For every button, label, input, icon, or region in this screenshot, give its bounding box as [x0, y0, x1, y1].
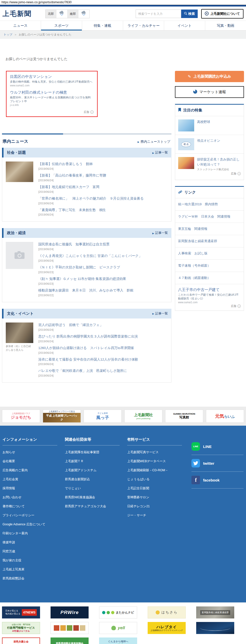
- sidebar-link[interactable]: 統一地方選2019 県内情勢: [175, 198, 244, 210]
- banner-matakan-navi[interactable]: またかんナビ: [99, 606, 137, 618]
- article-link[interactable]: 「素戔嗚尊」丁寧に写生 未来創生塾 桐生: [38, 208, 106, 212]
- banner-hachisara[interactable]: はちさら: [148, 606, 186, 618]
- featured-link[interactable]: 高校野球: [197, 119, 210, 124]
- footer-link[interactable]: 上毛新聞縮刷版－CD-ROM－: [127, 468, 168, 472]
- article-link[interactable]: 【新着】「高山社の養蚕改革」藤岡市に寄贈: [38, 174, 106, 177]
- banner-yell[interactable]: yell: [99, 622, 137, 634]
- footer-link[interactable]: 印刷センター案内: [3, 532, 28, 535]
- partner-logo-jomo-publishing[interactable]: 上毛新聞社 jomo publishing: [124, 410, 162, 423]
- ad-title-link[interactable]: 目黒区の中古マンション: [10, 74, 94, 79]
- footer-link[interactable]: 群馬県アマチュアゴルフ大会: [65, 505, 106, 508]
- article-list-link[interactable]: 記事一覧: [152, 150, 168, 155]
- browser-url[interactable]: https://www.jomo-news.co.jp/sports/domes…: [0, 0, 246, 5]
- footer-link[interactable]: 著作権について: [3, 505, 25, 508]
- partner-logo-jomodachi[interactable]: 上毛新聞読者クラブ ジョモだち: [2, 410, 40, 423]
- ad-unit[interactable]: 目黒区の中古マンション 多数の物件掲載、特集も充実。安心と信頼の三菱UFJ不動産…: [10, 74, 94, 87]
- tab-features[interactable]: 特集・連載: [82, 21, 123, 30]
- article-link[interactable]: 1260人が新緑の山道駆け抜ける スパトレイル四万to草津開催: [38, 346, 134, 350]
- footer-link[interactable]: ジー・サーチ: [127, 514, 146, 517]
- footer-link[interactable]: Google Adsence 広告について: [3, 523, 45, 526]
- article-link[interactable]: 「世界の榛名湖に」 湖上オペラの魅力紹介 ９月公演控え資金募る: [38, 197, 144, 200]
- ad-choices-label[interactable]: 広告: [197, 171, 241, 177]
- featured-ad-item[interactable]: 損切貧乏必見！含み損の正しい対処法って？ ストックトレード株式会社 広告: [175, 154, 244, 180]
- article-link[interactable]: バレエや歌で「銀河鉄道の夜」上演 邑楽町らしさ随所に: [38, 369, 127, 373]
- ad-title-link[interactable]: 八王子市の中古一戸建て: [178, 287, 241, 292]
- footer-link[interactable]: 上毛新聞ＴＲ: [65, 459, 84, 463]
- footer-link[interactable]: プライバシーポリシー: [3, 514, 34, 517]
- article-link[interactable]: 移動店舗車お披露目 来月８日 渋川、みなかみで導入 群銀: [38, 288, 133, 292]
- article-link[interactable]: 【新着】伝統のお香楽しもう 館林: [38, 162, 93, 166]
- banner-47news[interactable]: 日本が見える地方紙が見える 47NEWS: [2, 606, 40, 618]
- ad-unit[interactable]: ウルフ村田の株式トレードの極意 株歴30年、東大卒トレーダーが教える急騰銘柄の見…: [10, 90, 94, 106]
- search-input[interactable]: [136, 10, 181, 18]
- footer-link[interactable]: 上毛社会賞: [3, 477, 18, 481]
- ad-choices-label[interactable]: 広告: [178, 304, 241, 309]
- banner-gunma-bar-association[interactable]: 群馬弁護士会 弁護士情報検索システム: [2, 637, 40, 644]
- footer-link[interactable]: 上毛紙上写真展: [3, 568, 25, 571]
- footer-link[interactable]: 同窓万歳: [3, 550, 15, 553]
- kennai-top-link[interactable]: 県内ニューストップ: [138, 139, 170, 144]
- footer-link[interactable]: 上毛新聞写真サービス: [127, 450, 159, 454]
- banner-food-photos[interactable]: [51, 622, 89, 634]
- article-thumbnail[interactable]: [6, 323, 33, 343]
- article-link[interactable]: 芸人の話術学ぼう 前橋で「縁活カフェ」: [38, 323, 103, 327]
- footer-link[interactable]: 我が家の主役: [3, 559, 22, 562]
- article-list-link[interactable]: 記事一覧: [152, 231, 168, 235]
- sidebar-link[interactable]: ラグビーＷ杯 日本大会 関連情報: [175, 211, 244, 223]
- subscribe-button[interactable]: 上毛新聞購読お申込み: [175, 71, 244, 82]
- partner-logo-genki-life[interactable]: 元気らいふ: [206, 410, 244, 423]
- banner-prwire[interactable]: PRWire: [51, 606, 89, 618]
- article-link[interactable]: 息ぴったり 群馬出身の桐朋学園大生３人が調布国際音楽祭に出演: [38, 335, 138, 338]
- footer-link[interactable]: でりじぇい: [65, 487, 81, 490]
- article-link[interactable]: 国民県連会長に後藤氏 知事選対応は自主投票: [38, 242, 109, 246]
- sidebar-link[interactable]: 人事検索 お試し版: [175, 247, 244, 259]
- featured-link[interactable]: 視点オピニオン: [197, 138, 220, 143]
- footer-link[interactable]: 上毛新聞厚生福祉事業団: [65, 450, 99, 454]
- sidebar-link[interactable]: 東京五輪 関連情報: [175, 223, 244, 235]
- banner-tomioka-silk-mill[interactable]: 富岡製糸場と絹産業遺産群: [196, 606, 234, 618]
- footer-link[interactable]: 群馬県NIE推進協議会: [65, 496, 95, 499]
- article-list-link[interactable]: 記事一覧: [152, 311, 168, 316]
- sidebar-link[interactable]: 富岡製糸場と絹産業遺産群: [175, 235, 244, 247]
- featured-item[interactable]: 高校野球: [175, 116, 244, 135]
- article-link[interactable]: 《ＮＩＥ》平和の大切さ取材し新聞に ピースクラブ: [38, 265, 120, 269]
- footer-link[interactable]: 群馬政経懇話会: [3, 577, 25, 580]
- social-twitter-button[interactable]: twitter: [191, 455, 243, 472]
- footer-link[interactable]: お知らせ: [3, 450, 15, 454]
- footer-link[interactable]: 後援申請: [3, 541, 15, 544]
- footer-link[interactable]: 日経テレコン21: [127, 505, 150, 508]
- ad-choices-label[interactable]: 広告: [10, 110, 94, 115]
- market-report-button[interactable]: マーケット速報: [175, 86, 244, 98]
- footer-link[interactable]: 雷神囲碁サロン: [127, 496, 149, 499]
- featured-item[interactable]: 視 点 視点オピニオン: [175, 135, 244, 154]
- tab-events[interactable]: イベント: [164, 21, 205, 30]
- sidebar-link[interactable]: ４７動画（紙面連動）: [175, 272, 244, 284]
- partner-logo-playback[interactable]: 上毛新聞ライブラリーで見る 平成 上毛新聞プレーバック: [43, 410, 81, 423]
- sidebar-ad[interactable]: 八王子市の中古一戸建て こだわり条件で一戸建て検索！安心の三菱UFJ不動産販売《…: [175, 284, 244, 310]
- ad-title-link[interactable]: ウルフ村田の株式トレードの極意: [10, 90, 94, 95]
- site-logo[interactable]: 上毛新聞: [3, 9, 32, 18]
- search-button[interactable]: 検索: [181, 10, 198, 18]
- tab-photo-video[interactable]: 写真・動画: [205, 21, 246, 30]
- footer-link[interactable]: じょうもばいる: [127, 477, 150, 481]
- footer-link[interactable]: 広告掲載のご案内: [3, 468, 28, 472]
- footer-link[interactable]: 会社概要: [3, 459, 15, 463]
- about-company-button[interactable]: 上毛新聞社について: [201, 9, 243, 19]
- breadcrumb-home-link[interactable]: トップ: [4, 33, 12, 36]
- footer-link[interactable]: 採用情報: [3, 487, 15, 490]
- sidebar-link[interactable]: 電子速報（号外紙面）: [175, 260, 244, 272]
- footer-link[interactable]: 群馬連合新聞折込: [65, 477, 90, 481]
- footer-link[interactable]: 上毛記念日新聞: [127, 487, 149, 490]
- partner-logo-gunma-marathon[interactable]: GUNMA MARATHON 写真館: [165, 410, 203, 423]
- article-link[interactable]: 【新着】地元産絹で絵画スカーフ 富岡: [38, 185, 99, 189]
- footer-link[interactable]: 上毛新聞アドシステム: [65, 468, 97, 472]
- banner-gunma-eco-2019[interactable]: ぐんまから地球へ ぐんまエコ宣言！2019: [99, 637, 137, 644]
- social-facebook-button[interactable]: f facebook: [191, 472, 243, 489]
- article-link[interactable]: 《刻々 知事選》Ｇメッセ 11市が期待 集客資源の経済効果: [38, 277, 126, 281]
- banner-gyosei-journal[interactable]: 全国の行政・専門情報 行政専門情報サービス 47行政ジャーナル: [2, 622, 40, 634]
- banner-minakami-onsen[interactable]: [196, 622, 234, 634]
- article-link[interactable]: 浴衣に着替えて撮影会 安中在住の外国人12人が浴衣の着付け体験: [38, 358, 138, 361]
- footer-link[interactable]: 上毛新聞WEBデータベース: [127, 459, 166, 463]
- social-line-button[interactable]: LINE LINE: [191, 438, 243, 455]
- tab-sports[interactable]: スポーツ: [41, 21, 82, 30]
